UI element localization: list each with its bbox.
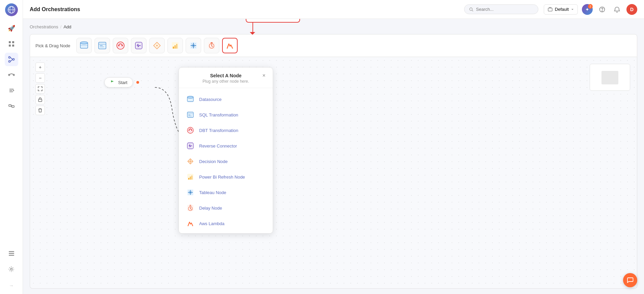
node-btn-reverse[interactable] <box>131 38 146 53</box>
start-node: Start <box>104 77 139 87</box>
popup-item-label-decision: Decision Node <box>199 159 228 164</box>
sidebar-item-grid[interactable] <box>5 37 18 51</box>
chevron-down-icon <box>571 8 574 11</box>
popup-item-powerbi[interactable]: Power Bi Refresh Node <box>179 169 273 185</box>
svg-rect-22 <box>548 8 552 11</box>
node-btn-powerbi[interactable] <box>167 38 183 53</box>
svg-rect-67 <box>190 177 191 180</box>
avatar[interactable]: D <box>626 4 637 15</box>
workspace-selector[interactable]: Default <box>544 4 578 15</box>
sidebar-item-list[interactable] <box>5 247 18 260</box>
start-node-label: Start <box>118 80 127 85</box>
svg-point-34 <box>122 45 123 46</box>
search-input[interactable] <box>476 7 533 12</box>
svg-line-11 <box>10 59 12 61</box>
help-btn[interactable] <box>597 4 608 15</box>
workspace-label: Default <box>555 7 569 12</box>
delete-btn[interactable] <box>35 106 45 115</box>
node-btn-decision[interactable] <box>149 38 165 53</box>
popup-item-dbt[interactable]: DBT Transformation <box>179 123 273 138</box>
datasource-icon <box>186 95 195 104</box>
callout-box: AWS Lambda node <box>246 19 300 23</box>
svg-rect-57 <box>188 115 190 115</box>
popup-item-decision[interactable]: Decision Node <box>179 154 273 169</box>
svg-point-59 <box>187 127 193 133</box>
popup-item-datasource[interactable]: Datasource <box>179 91 273 107</box>
callout-arrow <box>250 32 255 35</box>
svg-rect-66 <box>188 178 189 180</box>
sidebar-item-rocket[interactable]: 🚀 <box>5 22 18 35</box>
svg-rect-15 <box>12 106 14 107</box>
svg-point-60 <box>189 130 190 131</box>
sidebar-item-connections[interactable] <box>5 68 18 82</box>
svg-point-20 <box>469 8 472 10</box>
search-bar[interactable] <box>464 4 538 14</box>
node-btn-dbt[interactable] <box>113 38 128 53</box>
popup-item-label-lambda: Aws Lambda <box>199 221 224 226</box>
reverse-icon <box>186 141 195 151</box>
svg-rect-16 <box>9 251 14 252</box>
svg-rect-58 <box>188 116 192 116</box>
popup-item-label-sql: SQL Transformation <box>199 112 238 117</box>
sidebar-item-settings[interactable] <box>5 262 18 276</box>
svg-point-7 <box>8 57 10 58</box>
powerbi-icon <box>186 172 195 182</box>
dbt-icon <box>186 126 195 135</box>
svg-point-8 <box>12 59 14 60</box>
start-flag-icon <box>110 80 115 85</box>
svg-rect-51 <box>38 99 42 102</box>
svg-point-61 <box>191 130 192 131</box>
node-btn-datasource[interactable] <box>76 38 92 53</box>
lock-btn[interactable] <box>35 95 45 104</box>
svg-rect-4 <box>12 41 14 43</box>
zoom-in-btn[interactable]: + <box>35 62 45 72</box>
popup-item-delay[interactable]: Delay Node <box>179 200 273 216</box>
svg-point-19 <box>10 268 12 270</box>
sidebar-item-transform[interactable] <box>5 84 18 97</box>
content-area: Orchestrations / Add AWS Lambda node Pic… <box>23 19 644 294</box>
node-btn-sql[interactable] <box>95 38 110 53</box>
svg-point-9 <box>8 61 10 62</box>
notification-btn[interactable] <box>612 4 622 15</box>
node-btn-delay[interactable] <box>204 38 219 53</box>
canvas-svg <box>30 57 637 288</box>
mini-map <box>590 64 630 91</box>
popup-item-tableau[interactable]: Tableau Node <box>179 185 273 200</box>
decision-icon <box>186 157 195 166</box>
breadcrumb-current: Add <box>63 24 71 29</box>
svg-point-32 <box>117 42 124 49</box>
select-node-popup: Select A Node Plug any other node here. … <box>179 67 273 234</box>
sidebar-collapse-btn[interactable]: → <box>9 280 14 291</box>
breadcrumb: Orchestrations / Add <box>30 24 637 29</box>
popup-item-lambda[interactable]: Aws Lambda <box>179 216 273 231</box>
svg-rect-31 <box>100 47 104 47</box>
svg-rect-17 <box>9 253 14 254</box>
chat-bubble[interactable] <box>623 273 637 287</box>
callout-wrapper: AWS Lambda node <box>246 19 300 23</box>
popup-item-sql[interactable]: SQL Transformation <box>179 107 273 123</box>
fit-btn[interactable] <box>35 84 45 93</box>
svg-rect-5 <box>9 45 11 47</box>
svg-rect-3 <box>9 41 11 43</box>
app-logo[interactable] <box>5 3 18 16</box>
popup-close-btn[interactable]: × <box>260 72 268 80</box>
node-btn-tableau[interactable] <box>186 38 201 53</box>
start-dot <box>136 81 139 84</box>
delay-icon <box>186 203 195 213</box>
sidebar-item-integrations[interactable] <box>5 99 18 113</box>
svg-rect-30 <box>100 45 103 46</box>
ai-btn[interactable]: ✦ 2 <box>582 4 593 15</box>
popup-list: Datasource SQL Tran <box>179 89 273 233</box>
canvas-area[interactable]: + − <box>30 57 637 289</box>
popup-item-label-reverse: Reverse Connector <box>199 143 237 149</box>
sidebar-item-orchestrations[interactable] <box>5 53 18 66</box>
svg-rect-39 <box>175 45 176 49</box>
breadcrumb-parent[interactable]: Orchestrations <box>30 24 58 29</box>
svg-rect-14 <box>9 105 11 106</box>
svg-rect-55 <box>187 112 193 117</box>
svg-point-24 <box>602 10 602 11</box>
zoom-out-btn[interactable]: − <box>35 73 45 83</box>
popup-item-reverse[interactable]: Reverse Connector <box>179 138 273 154</box>
main-content: Add Orchestrations Default ✦ 2 <box>23 0 644 294</box>
node-btn-lambda[interactable] <box>222 38 238 53</box>
